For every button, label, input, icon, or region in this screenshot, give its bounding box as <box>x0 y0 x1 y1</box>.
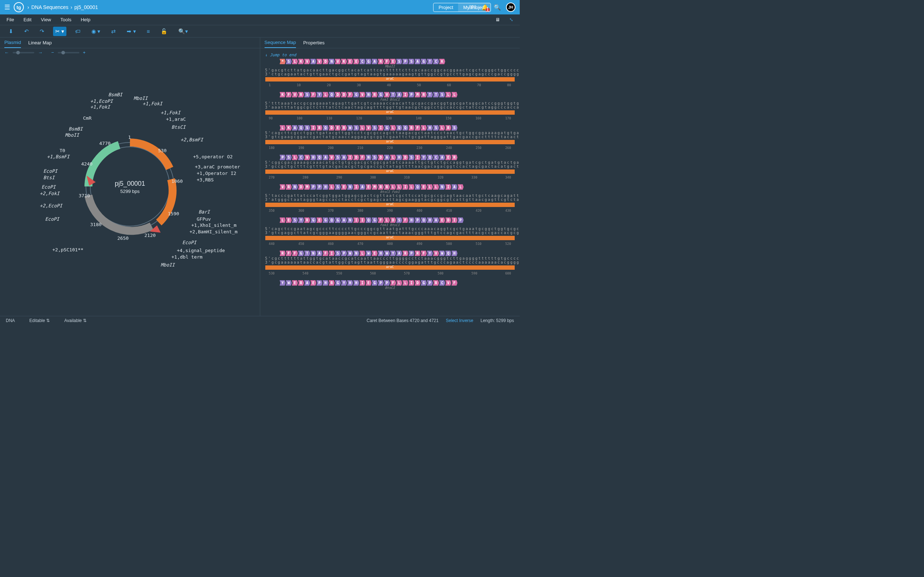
cut-tool[interactable]: ✂ ▾ <box>53 27 66 36</box>
lock-icon[interactable]: 🔓 <box>158 27 170 36</box>
rotate-icon[interactable]: ◉ ▾ <box>89 27 102 36</box>
svg-text:+2,pSC101**: +2,pSC101** <box>52 247 83 253</box>
app-header: ☰ tg › DNA Sequences › pj5_00001 Project… <box>0 0 520 15</box>
arrow-icon[interactable]: ➡ ▾ <box>124 27 138 36</box>
align-icon[interactable]: ≡ <box>145 27 152 36</box>
svg-text:+2,BsmFI: +2,BsmFI <box>181 137 204 142</box>
svg-text:EcoPI: EcoPI <box>182 240 197 245</box>
menu-edit[interactable]: Edit <box>23 17 31 23</box>
svg-text:EcoPI: EcoPI <box>42 184 56 190</box>
svg-text:CmR: CmR <box>83 115 92 121</box>
zoom-slider[interactable] <box>58 52 79 53</box>
avatar[interactable]: JH <box>506 3 515 12</box>
svg-text:3710: 3710 <box>79 193 90 198</box>
svg-text:EcoPI: EcoPI <box>45 216 60 222</box>
zoom-right-icon[interactable]: → <box>38 50 43 55</box>
svg-text:+4,signal_peptide: +4,signal_peptide <box>177 248 225 253</box>
zoom-in-icon[interactable]: + <box>83 50 86 55</box>
svg-text:+1,FokI: +1,FokI <box>161 110 181 115</box>
sequence-content[interactable]: ↓ Jump to end *SLKVAVDNVKEECGARFESPSAGTC… <box>260 48 520 316</box>
jump-to-end-link[interactable]: Jump to end <box>270 51 296 59</box>
svg-text:BsmBI: BsmBI <box>69 126 83 132</box>
svg-text:1: 1 <box>128 134 131 140</box>
svg-text:+2,FokI: +2,FokI <box>40 191 60 196</box>
svg-text:BtsI: BtsI <box>43 175 55 180</box>
main-content: Plasmid Linear Map ← → − + pj5_00001 <box>0 37 520 316</box>
svg-text:+1,BsmFI: +1,BsmFI <box>47 154 70 160</box>
breadcrumb-item[interactable]: pj5_00001 <box>74 4 98 10</box>
menu-tools[interactable]: Tools <box>60 17 71 23</box>
svg-text:+1,FokI: +1,FokI <box>142 101 163 106</box>
breadcrumb: › DNA Sequences › pj5_00001 <box>27 4 98 10</box>
collapse-icon[interactable]: ⤡ <box>509 17 513 23</box>
toolbar: ⬇ ↶ ↷ ✂ ▾ 🏷 ◉ ▾ ⇄ ➡ ▾ ≡ 🔓 🔍▾ <box>0 25 520 37</box>
search-tool-icon[interactable]: 🔍▾ <box>176 27 190 36</box>
svg-text:BsmBI: BsmBI <box>108 92 123 97</box>
project-tab[interactable]: Project <box>433 3 458 11</box>
svg-text:+1,araC: +1,araC <box>166 116 186 122</box>
svg-text:2650: 2650 <box>117 235 129 241</box>
svg-text:+3,araC promoter: +3,araC promoter <box>195 164 240 169</box>
tab-properties[interactable]: Properties <box>303 38 325 48</box>
svg-text:+1,FokI: +1,FokI <box>90 104 110 110</box>
menu-icon[interactable]: ☰ <box>4 3 10 11</box>
screen-icon[interactable]: 🖥 <box>495 17 500 23</box>
search-icon[interactable]: 🔍 <box>494 4 501 11</box>
plasmid-name: pj5_00001 <box>115 180 145 187</box>
breadcrumb-sep: › <box>70 4 72 10</box>
svg-text:3180: 3180 <box>90 222 102 227</box>
status-editable[interactable]: Editable ⇅ <box>29 318 50 323</box>
select-inverse-link[interactable]: Select Inverse <box>446 318 473 323</box>
statusbar: DNA Editable ⇅ Available ⇅ Caret Between… <box>0 316 520 324</box>
plasmid-svg: pj5_00001 5299 bps 1 530 1060 1590 2120 … <box>18 75 242 298</box>
swap-icon[interactable]: ⇄ <box>109 27 118 36</box>
svg-text:MboII: MboII <box>161 262 175 268</box>
left-panel: Plasmid Linear Map ← → − + pj5_00001 <box>0 37 260 316</box>
right-tabs: Sequence Map Properties <box>260 37 520 48</box>
svg-text:1590: 1590 <box>168 211 179 216</box>
status-available[interactable]: Available ⇅ <box>64 318 87 323</box>
svg-text:1060: 1060 <box>171 179 183 184</box>
tag-icon[interactable]: 🏷 <box>73 27 82 36</box>
menu-help[interactable]: Help <box>81 17 90 23</box>
plasmid-size: 5299 bps <box>120 189 140 194</box>
svg-text:BarI: BarI <box>199 209 210 214</box>
status-caret: Caret Between Bases 4720 and 4721 <box>367 318 439 323</box>
svg-text:+2,EcoPI: +2,EcoPI <box>40 203 63 208</box>
tab-plasmid[interactable]: Plasmid <box>4 37 21 48</box>
svg-text:EcoPI: EcoPI <box>43 168 58 174</box>
status-type: DNA <box>6 318 15 323</box>
pan-slider[interactable] <box>13 52 34 53</box>
redo-icon[interactable]: ↷ <box>37 27 47 36</box>
svg-text:+1,XhoI_silent_m: +1,XhoI_silent_m <box>191 222 236 228</box>
svg-text:2120: 2120 <box>144 233 155 238</box>
tab-sequence-map[interactable]: Sequence Map <box>265 37 296 48</box>
zoom-controls: ← → − + <box>0 48 260 56</box>
plasmid-view[interactable]: pj5_00001 5299 bps 1 530 1060 1590 2120 … <box>0 56 260 316</box>
status-length: Length: 5299 bps <box>480 318 514 323</box>
undo-icon[interactable]: ↶ <box>22 27 31 36</box>
svg-text:+1,dbl term: +1,dbl term <box>171 254 202 259</box>
zoom-left-icon[interactable]: ← <box>4 50 9 55</box>
menubar: File Edit View Tools Help 🖥 ⤡ <box>0 15 520 25</box>
svg-text:MboII: MboII <box>65 132 79 138</box>
svg-text:MboII: MboII <box>134 95 148 101</box>
menu-file[interactable]: File <box>6 17 14 23</box>
right-panel: Sequence Map Properties ↓ Jump to end *S… <box>260 37 520 316</box>
svg-text:+1,EcoPI: +1,EcoPI <box>90 98 113 104</box>
svg-text:+3,RBS: +3,RBS <box>197 177 214 182</box>
svg-text:+5,operator O2: +5,operator O2 <box>193 154 233 160</box>
breadcrumb-sep: › <box>27 4 29 10</box>
svg-text:GFPuv: GFPuv <box>197 216 211 222</box>
download-icon[interactable]: ⬇ <box>6 27 16 36</box>
bell-icon[interactable]: 🔔1 <box>481 4 489 11</box>
svg-text:+2,BamHI_silent_m: +2,BamHI_silent_m <box>189 229 237 234</box>
svg-text:4770: 4770 <box>99 141 110 146</box>
menu-view[interactable]: View <box>41 17 51 23</box>
breadcrumb-item[interactable]: DNA Sequences <box>31 4 69 10</box>
svg-text:4240: 4240 <box>81 161 92 167</box>
logo[interactable]: tg <box>14 2 24 12</box>
zoom-out-icon[interactable]: − <box>51 50 54 55</box>
tab-linear[interactable]: Linear Map <box>28 38 52 48</box>
svg-text:+1,Operator I2: +1,Operator I2 <box>197 171 236 176</box>
